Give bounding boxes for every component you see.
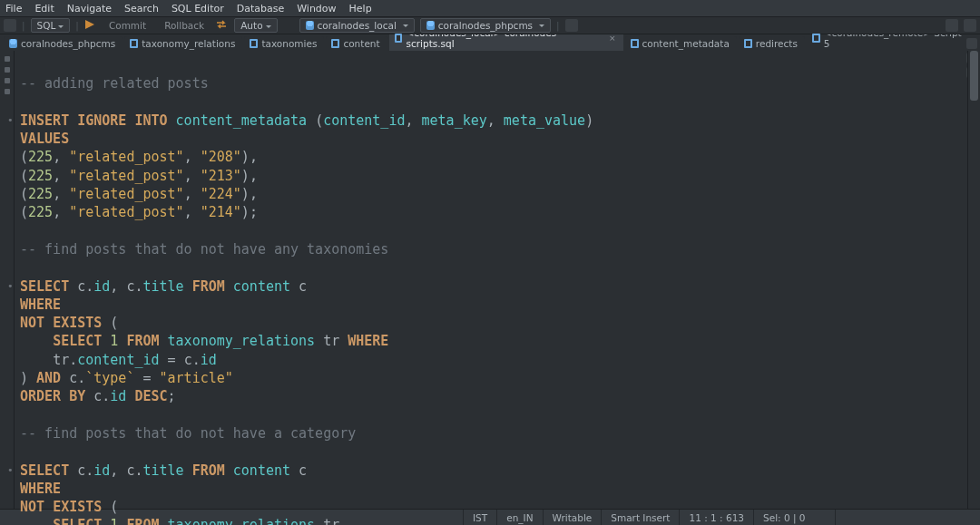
menu-navigate[interactable]: Navigate (67, 3, 112, 15)
connection-selector-secondary[interactable]: coralnodes_phpcms (420, 18, 551, 33)
editor-tab-label: coralnodes_phpcms (21, 38, 115, 49)
perspective-icon[interactable] (946, 19, 958, 32)
editor-tab[interactable]: content_metadata (625, 36, 737, 51)
connection-selector-primary[interactable]: coralnodes_local (299, 18, 415, 33)
menu-help[interactable]: Help (349, 3, 372, 15)
new-file-icon[interactable] (4, 19, 16, 32)
code-line: (225, "related_post", "208"), (16, 148, 967, 166)
connection-secondary-label: coralnodes_phpcms (438, 20, 533, 31)
editor-tab-label: redirects (756, 38, 798, 49)
code-line: -- find posts that do not have any taxon… (16, 240, 967, 258)
editor-tab[interactable]: content (326, 36, 387, 51)
database-icon (426, 21, 435, 30)
sql-dialect-selector[interactable]: SQL (31, 18, 71, 33)
code-line: SELECT 1 FROM taxonomy_relations tr WHER… (16, 332, 967, 350)
scrollbar-thumb[interactable] (970, 51, 978, 101)
menu-file[interactable]: File (5, 3, 22, 15)
sql-file-icon (631, 39, 639, 48)
code-line: -- adding related posts (16, 74, 967, 92)
commit-button[interactable]: Commit (103, 18, 152, 33)
code-line (16, 442, 967, 461)
editor-tab-label: content (343, 38, 379, 49)
editor: -- adding related posts •INSERT IGNORE I… (0, 51, 980, 509)
menu-edit[interactable]: Edit (34, 3, 54, 15)
execute-icon[interactable] (84, 19, 97, 32)
rollback-button[interactable]: Rollback (158, 18, 211, 33)
editor-tab-label: taxonomy_relations (142, 38, 235, 49)
code-line (16, 406, 967, 424)
menu-database[interactable]: Database (237, 3, 285, 15)
database-icon (306, 21, 314, 30)
code-line: (225, "related_post", "214"); (16, 203, 967, 221)
code-area[interactable]: -- adding related posts •INSERT IGNORE I… (15, 51, 967, 509)
sql-file-icon (130, 39, 138, 48)
outline-icon[interactable] (966, 38, 977, 49)
code-line (16, 258, 967, 277)
editor-tab[interactable]: redirects (739, 36, 805, 51)
close-icon[interactable]: × (609, 34, 616, 43)
code-line: NOT EXISTS ( (16, 314, 967, 332)
menubar: File Edit Navigate Search SQL Editor Dat… (0, 0, 980, 16)
code-line: tr.content_id = c.id (16, 351, 967, 369)
code-line: NOT EXISTS ( (16, 498, 967, 516)
editor-tabs: coralnodes_phpcmstaxonomy_relationstaxon… (0, 34, 980, 51)
code-line (16, 56, 967, 74)
editor-tab[interactable]: coralnodes_phpcms (4, 36, 122, 51)
toolbar-extra-icon[interactable] (565, 19, 578, 32)
database-icon (9, 39, 17, 48)
tx-mode-selector[interactable]: Auto (234, 18, 277, 33)
sql-file-icon (250, 39, 258, 48)
code-line: ORDER BY c.id DESC; (16, 387, 967, 405)
sql-file-icon (331, 39, 339, 48)
code-line: (225, "related_post", "213"), (16, 167, 967, 185)
menu-sql-editor[interactable]: SQL Editor (172, 3, 224, 15)
code-line: WHERE (16, 480, 967, 498)
code-line: ) AND c.`type` = "article" (16, 369, 967, 387)
code-line: (225, "related_post", "224"), (16, 185, 967, 203)
menu-window[interactable]: Window (297, 3, 336, 15)
sql-file-icon (812, 34, 820, 43)
code-line: -- find posts that do not have a categor… (16, 424, 967, 442)
menu-search[interactable]: Search (124, 3, 159, 15)
svg-marker-0 (85, 20, 94, 29)
editor-tab-label: taxonomies (261, 38, 317, 49)
tx-icon[interactable] (216, 19, 229, 32)
code-line (16, 93, 967, 112)
sql-file-icon (395, 34, 403, 43)
code-line: •SELECT c.id, c.title FROM content c (16, 277, 967, 296)
editor-tab[interactable]: taxonomies (244, 36, 324, 51)
editor-tab-label: content_metadata (642, 38, 730, 49)
code-line: •SELECT c.id, c.title FROM content c (16, 462, 967, 480)
vertical-scrollbar[interactable] (967, 51, 980, 509)
sql-file-icon (744, 39, 752, 48)
code-line: VALUES (16, 130, 967, 148)
connection-primary-label: coralnodes_local (318, 20, 397, 31)
code-line: SELECT 1 FROM taxonomy_relations tr (16, 516, 967, 525)
code-line: WHERE (16, 296, 967, 314)
code-line (16, 222, 967, 240)
toolbar-right-icons (946, 19, 976, 32)
editor-tab[interactable]: taxonomy_relations (124, 36, 242, 51)
code-line: •INSERT IGNORE INTO content_metadata (co… (16, 112, 967, 130)
toolbar: | SQL | Commit Rollback Auto coralnodes_… (0, 16, 980, 34)
maximize-icon[interactable] (964, 19, 976, 32)
